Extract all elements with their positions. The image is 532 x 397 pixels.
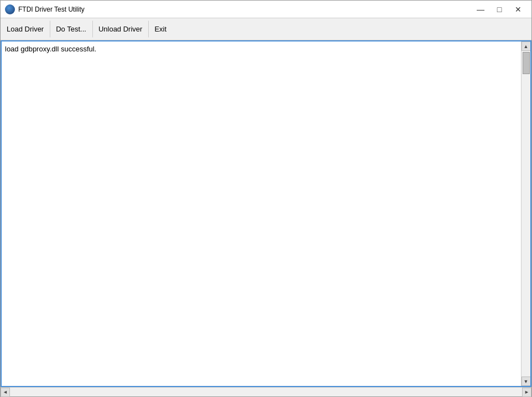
scroll-right-arrow[interactable]: ► <box>522 388 531 397</box>
title-bar-left: FTDI Driver Test Utility <box>5 4 85 14</box>
vertical-scrollbar[interactable]: ▲ ▼ <box>521 41 530 386</box>
exit-button[interactable]: Exit <box>148 20 173 38</box>
toolbar: Load Driver Do Test... Unload Driver Exi… <box>1 18 531 40</box>
maximize-button[interactable]: □ <box>491 4 508 15</box>
minimize-button[interactable]: — <box>472 4 489 15</box>
h-scroll-track[interactable] <box>10 388 522 396</box>
scroll-down-arrow[interactable]: ▼ <box>521 377 531 386</box>
scroll-up-arrow[interactable]: ▲ <box>521 41 531 51</box>
horizontal-scrollbar[interactable]: ◄ ► <box>1 387 531 396</box>
content-area: load gdbproxy.dll successful. ▲ ▼ <box>1 40 531 387</box>
unload-driver-button[interactable]: Unload Driver <box>92 20 148 38</box>
window-title: FTDI Driver Test Utility <box>18 6 85 13</box>
close-button[interactable]: ✕ <box>509 4 527 15</box>
do-test-button[interactable]: Do Test... <box>50 20 92 38</box>
window-controls: — □ ✕ <box>472 4 527 15</box>
scroll-track[interactable] <box>521 51 530 377</box>
scroll-thumb[interactable] <box>523 52 530 74</box>
output-pane[interactable]: load gdbproxy.dll successful. <box>2 41 521 386</box>
output-text: load gdbproxy.dll successful. <box>5 45 96 53</box>
main-window: FTDI Driver Test Utility — □ ✕ Load Driv… <box>0 0 532 397</box>
title-bar: FTDI Driver Test Utility — □ ✕ <box>1 1 531 18</box>
scroll-left-arrow[interactable]: ◄ <box>1 388 10 397</box>
app-icon <box>5 4 15 14</box>
load-driver-button[interactable]: Load Driver <box>1 20 50 38</box>
